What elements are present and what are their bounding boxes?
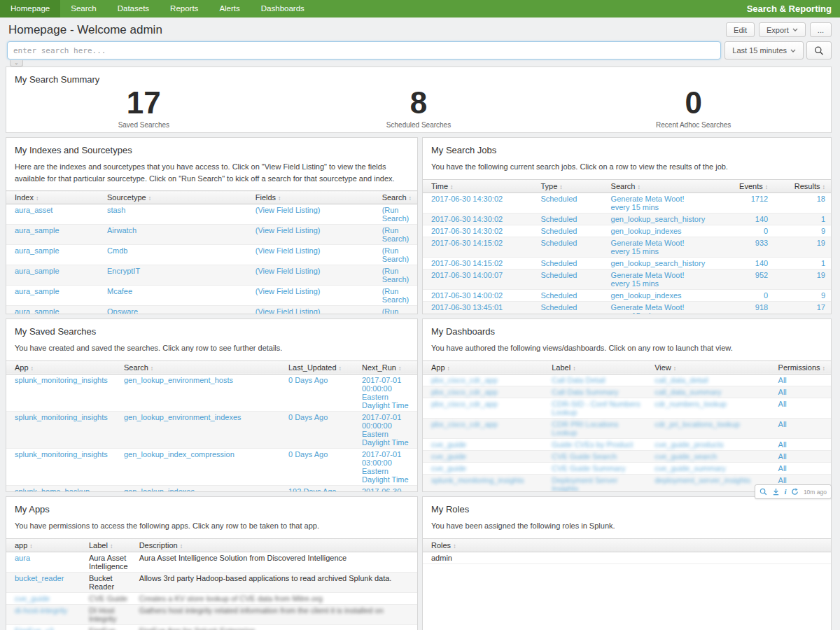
- time-range-picker[interactable]: Last 15 minutes: [724, 41, 804, 59]
- cell-link[interactable]: Deployment Server Insights: [552, 476, 617, 493]
- cell-link[interactable]: 140: [755, 215, 768, 223]
- cell-link[interactable]: Mcafee: [107, 287, 132, 295]
- cell-link[interactable]: 918: [755, 303, 768, 312]
- cell-link[interactable]: Call Data Summary: [552, 388, 618, 396]
- cell-link[interactable]: cve_guide: [431, 452, 466, 461]
- table-row[interactable]: 2017-06-30 13:45:01ScheduledGenerate Met…: [423, 301, 831, 314]
- column-header[interactable]: Time↕: [423, 179, 535, 192]
- column-header[interactable]: View↕: [649, 360, 772, 374]
- cell-link[interactable]: All: [778, 464, 787, 472]
- cell-link[interactable]: FireEye_v3: [15, 626, 54, 630]
- cell-link[interactable]: gen_lookup_search_history: [611, 215, 706, 223]
- cell-link[interactable]: All: [778, 440, 787, 449]
- info-icon[interactable]: i: [784, 488, 786, 496]
- cell-link[interactable]: All: [778, 420, 787, 428]
- nav-tab-dashboards[interactable]: Dashboards: [251, 0, 315, 18]
- cell-link[interactable]: cve_guide: [431, 464, 466, 472]
- column-header[interactable]: Index↕: [6, 191, 102, 204]
- cell-link[interactable]: Cmdb: [107, 246, 127, 255]
- cell-link[interactable]: 1: [821, 215, 825, 223]
- table-row[interactable]: 2017-06-30 14:00:02Scheduledgen_lookup_i…: [423, 289, 831, 301]
- column-header[interactable]: App↕: [423, 360, 546, 374]
- cell-link[interactable]: gen_lookup_environment_hosts: [124, 376, 233, 384]
- column-header[interactable]: Search↕: [606, 179, 711, 192]
- more-actions-button[interactable]: ...: [810, 22, 832, 37]
- cell-link[interactable]: 0 Days Ago: [288, 450, 328, 458]
- cell-link[interactable]: splunk_home_backup: [15, 487, 90, 493]
- cell-link[interactable]: 17: [817, 303, 825, 312]
- cell-link[interactable]: aura_sample: [15, 267, 59, 275]
- cell-link[interactable]: 2017-07-01 00:00:00 Eastern Daylight Tim…: [362, 413, 409, 447]
- cell-link[interactable]: aura_sample: [15, 307, 59, 314]
- column-header[interactable]: Sourcetype↕: [102, 191, 250, 204]
- cell-link[interactable]: (Run Search): [382, 226, 410, 243]
- cell-link[interactable]: gen_lookup_search_history: [611, 259, 706, 267]
- column-header[interactable]: Description↕: [134, 538, 417, 552]
- cell-link[interactable]: (View Field Listing): [255, 267, 321, 275]
- cell-link[interactable]: gen_lookup_indexes: [124, 487, 195, 493]
- search-assistant-toggle[interactable]: ⌄: [10, 60, 23, 66]
- cell-link[interactable]: 18: [817, 195, 825, 203]
- cell-link[interactable]: 9: [821, 291, 825, 300]
- table-row[interactable]: aura_sampleCmdb(View Field Listing)(Run …: [6, 245, 417, 265]
- cell-link[interactable]: All: [778, 476, 787, 484]
- cell-link[interactable]: gen_lookup_index_compression: [124, 450, 234, 458]
- cell-link[interactable]: cdr_pri_locations_lookup: [654, 420, 740, 428]
- table-row[interactable]: pbx_cisco_cdr_appCDR PRI Locations Looku…: [423, 418, 831, 438]
- table-row[interactable]: FireEye_v3FireEyeFireEye App for Splunk …: [6, 624, 417, 630]
- cell-link[interactable]: Scheduled: [540, 303, 577, 312]
- cell-link[interactable]: aura_sample: [15, 246, 59, 255]
- table-row[interactable]: 2017-06-30 14:30:02Scheduledgen_lookup_s…: [423, 213, 831, 225]
- cell-link[interactable]: All: [778, 376, 787, 384]
- cell-link[interactable]: aura_asset: [15, 206, 52, 214]
- column-header[interactable]: Permissions↕: [773, 360, 831, 374]
- cell-link[interactable]: CDR PRI Locations Lookup: [552, 420, 618, 437]
- column-header[interactable]: Type↕: [535, 179, 605, 192]
- cell-link[interactable]: Opsware: [107, 307, 138, 314]
- table-row[interactable]: auraAura Asset IntelligenceAura Asset In…: [6, 552, 417, 572]
- cell-link[interactable]: 2017-06-30 14:00:07: [431, 271, 503, 279]
- cell-link[interactable]: pbx_cisco_cdr_app: [431, 376, 498, 384]
- cell-link[interactable]: splunk_monitoring_insights: [15, 413, 108, 421]
- table-row[interactable]: aura_sampleEncryptIT(View Field Listing)…: [6, 265, 417, 286]
- table-row[interactable]: pbx_cisco_cdr_appCall Data Summarycall_d…: [423, 386, 831, 398]
- cell-link[interactable]: 952: [755, 271, 768, 279]
- export-download-icon[interactable]: [772, 488, 780, 496]
- column-header[interactable]: Roles↕: [423, 538, 831, 552]
- cell-link[interactable]: cdr_numbers_lookup: [654, 400, 727, 408]
- zoom-icon[interactable]: [760, 488, 767, 496]
- cell-link[interactable]: Airwatch: [107, 226, 136, 234]
- cell-link[interactable]: 140: [755, 259, 768, 267]
- table-row[interactable]: cve_guideCVE Guide Searchcve_guide_searc…: [423, 450, 831, 462]
- cell-link[interactable]: 2017-06-30 14:30:02: [431, 227, 503, 235]
- cell-link[interactable]: aura_sample: [15, 287, 59, 295]
- table-row[interactable]: bucket_readerBucket ReaderAllows 3rd par…: [6, 572, 417, 592]
- cell-link[interactable]: EncryptIT: [107, 267, 140, 275]
- nav-tab-datasets[interactable]: Datasets: [107, 0, 160, 18]
- cell-link[interactable]: call_data_summary: [654, 388, 721, 396]
- cell-link[interactable]: (Run Search): [382, 206, 410, 223]
- table-row[interactable]: pbx_cisco_cdr_appCDR-SID - Conf Numbers …: [423, 398, 831, 418]
- cell-link[interactable]: 1: [821, 259, 825, 267]
- cell-link[interactable]: gen_lookup_indexes: [611, 227, 682, 235]
- cell-link[interactable]: (Run Search): [382, 246, 410, 263]
- table-row[interactable]: splunk_monitoring_insightsgen_lookup_env…: [6, 411, 417, 448]
- cell-link[interactable]: cve_guide_summary: [654, 464, 726, 472]
- table-row[interactable]: 2017-06-30 14:00:07ScheduledGenerate Met…: [423, 269, 831, 289]
- cell-link[interactable]: pbx_cisco_cdr_app: [431, 400, 498, 408]
- column-header[interactable]: Events↕: [710, 179, 774, 192]
- cell-link[interactable]: 9: [821, 227, 825, 235]
- cell-link[interactable]: 19: [817, 271, 825, 279]
- table-row[interactable]: 2017-06-30 14:15:02Scheduledgen_lookup_s…: [423, 257, 831, 269]
- cell-link[interactable]: splunk_monitoring_insights: [15, 450, 108, 458]
- cell-link[interactable]: 19: [817, 239, 825, 247]
- cell-link[interactable]: gen_lookup_environment_indexes: [124, 413, 241, 421]
- cell-link[interactable]: aura: [15, 554, 30, 562]
- cell-link[interactable]: 0: [764, 291, 768, 300]
- cell-link[interactable]: All: [778, 388, 787, 396]
- cell-link[interactable]: Call Data Detail: [552, 376, 605, 384]
- cell-link[interactable]: (View Field Listing): [255, 287, 321, 295]
- column-header[interactable]: Last_Updated↕: [283, 360, 356, 374]
- column-header[interactable]: Search↕: [118, 360, 283, 374]
- cell-link[interactable]: 2017-07-01 00:00:00 Eastern Daylight Tim…: [362, 376, 409, 410]
